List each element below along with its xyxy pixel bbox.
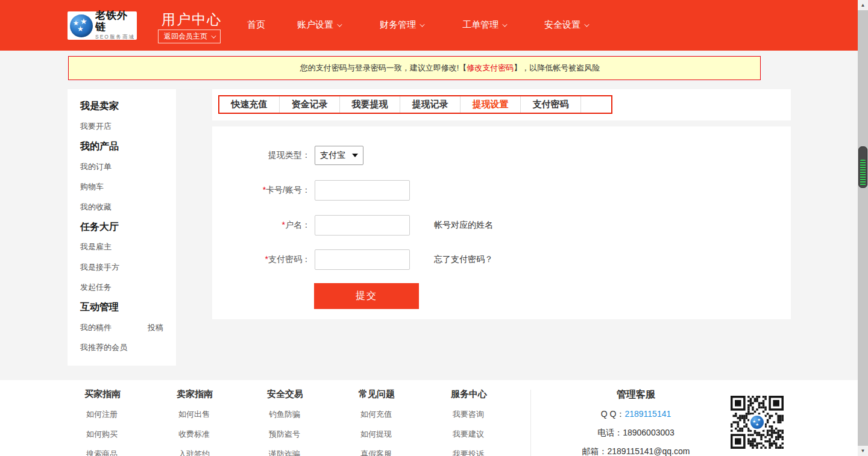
pay-password-input[interactable] — [315, 249, 410, 270]
nav-item-security[interactable]: 安全设置 — [544, 19, 588, 31]
sidebar: 我是卖家 我要开店 我的产品 我的订单 购物车 我的收藏 任务大厅 我是雇主 我… — [68, 89, 176, 366]
footer: 买家指南 如何注册 如何购买 搜索商品 卖家指南 如何出售 收费标准 入驻签约 … — [0, 380, 858, 456]
service-email: 邮箱：2189115141@qq.com — [567, 446, 705, 456]
service-phone: 电话：18906003003 — [567, 428, 705, 439]
footer-link[interactable]: 预防盗号 — [269, 429, 303, 440]
tab-withdraw-records[interactable]: 提现记录 — [400, 96, 461, 113]
tab-strip: 快速充值 资金记录 我要提现 提现记录 提现设置 支付密码 — [218, 95, 612, 114]
footer-link[interactable]: 我要投诉 — [453, 449, 487, 456]
forgot-pay-password-link[interactable]: 忘了支付密码？ — [434, 249, 493, 270]
nav-item-finance[interactable]: 财务管理 — [380, 19, 423, 31]
sidebar-heading-task-hall: 任务大厅 — [80, 221, 119, 234]
customer-service-title: 管理客服 — [567, 389, 705, 401]
footer-link[interactable]: 如何充值 — [360, 409, 395, 420]
qr-center-logo-icon: ★★★ — [749, 414, 765, 430]
notice-text-suffix: 】，以降低帐号被盗风险 — [514, 63, 600, 73]
account-name-input[interactable] — [315, 215, 410, 236]
footer-column-seller-guide: 卖家指南 如何出售 收费标准 入驻签约 — [177, 389, 213, 456]
withdraw-type-label: 提现类型： — [268, 150, 310, 160]
footer-column-service-center: 服务中心 我要咨询 我要建议 我要投诉 — [451, 389, 487, 456]
chevron-down-icon — [337, 22, 342, 27]
footer-column-safe-trade: 安全交易 钓鱼防骗 预防盗号 谨防诈骗 — [267, 389, 303, 456]
scrollbar-track[interactable] — [858, 10, 868, 446]
tab-quick-recharge[interactable]: 快速充值 — [219, 96, 280, 113]
footer-link[interactable]: 如何注册 — [86, 409, 121, 420]
footer-link[interactable]: 入驻签约 — [178, 449, 213, 456]
tab-pay-password[interactable]: 支付密码 — [521, 96, 581, 113]
nav-item-home[interactable]: 首页 — [247, 19, 265, 31]
scrollbar-down-arrow[interactable]: ▼ — [858, 446, 868, 456]
submit-button[interactable]: 提交 — [314, 283, 419, 309]
pay-password-label: 支付密码： — [268, 254, 310, 264]
security-notice-banner: 您的支付密码与登录密码一致，建议立即修改!【修改支付密码】，以降低帐号被盗风险 — [68, 56, 761, 80]
qq-number-link[interactable]: 2189115141 — [624, 409, 671, 419]
account-name-label: 户名： — [285, 220, 310, 230]
tab-withdraw[interactable]: 我要提现 — [340, 96, 400, 113]
scrollbar-thumb[interactable] — [858, 146, 867, 188]
chevron-down-icon — [420, 22, 424, 27]
tab-container: 快速充值 资金记录 我要提现 提现记录 提现设置 支付密码 — [212, 89, 791, 120]
footer-column-faq: 常见问题 如何充值 如何提现 真假客服 — [359, 389, 395, 456]
footer-link[interactable]: 我要建议 — [453, 429, 487, 440]
withdraw-settings-form: 提现类型： 支付宝 *卡号/账号： *户名： 帐号对应的姓名 *支付密码： 忘了… — [212, 126, 791, 319]
sidebar-item-open-shop[interactable]: 我要开店 — [80, 121, 112, 132]
chevron-down-icon — [211, 33, 216, 38]
back-to-member-home-button[interactable]: 返回会员主页 — [158, 30, 221, 43]
sidebar-item-orders[interactable]: 我的订单 — [80, 161, 112, 172]
scrollbar-thumb-stripes — [860, 160, 866, 186]
footer-link[interactable]: 收费标准 — [178, 429, 213, 440]
tab-fund-records[interactable]: 资金记录 — [280, 96, 340, 113]
scrollbar: ▲ ▼ — [858, 0, 868, 456]
sidebar-item-recommended-members[interactable]: 我推荐的会员 — [80, 342, 127, 353]
footer-link[interactable]: 谨防诈骗 — [269, 449, 303, 456]
nav-item-work-orders[interactable]: 工单管理 — [462, 19, 506, 31]
footer-link[interactable]: 如何出售 — [178, 409, 213, 420]
card-number-label: 卡号/账号： — [266, 185, 310, 195]
footer-link[interactable]: 搜索商品 — [86, 449, 121, 456]
qr-code: ★★★ — [731, 396, 784, 449]
customer-service-block: 管理客服 Q Q：2189115141 电话：18906003003 邮箱：21… — [567, 389, 705, 456]
withdraw-type-select[interactable]: 支付宝 — [315, 146, 363, 165]
sidebar-item-taker[interactable]: 我是接手方 — [80, 262, 119, 273]
footer-link[interactable]: 钓鱼防骗 — [269, 409, 303, 420]
change-pay-password-link[interactable]: 修改支付密码 — [467, 63, 514, 73]
scrollbar-up-arrow[interactable]: ▲ — [858, 0, 868, 10]
site-logo[interactable]: ★★★ 老铁外链 SEO服务商城 — [68, 11, 137, 40]
tab-withdraw-settings[interactable]: 提现设置 — [461, 96, 521, 113]
sidebar-item-cart[interactable]: 购物车 — [80, 181, 104, 192]
submit-draft-link[interactable]: 投稿 — [148, 322, 163, 333]
chevron-down-icon — [584, 22, 589, 27]
account-name-hint: 帐号对应的姓名 — [434, 215, 493, 236]
footer-column-buyer-guide: 买家指南 如何注册 如何购买 搜索商品 — [84, 389, 121, 456]
footer-link[interactable]: 如何购买 — [86, 429, 121, 440]
logo-title: 老铁外链 — [95, 10, 137, 33]
sidebar-heading-products: 我的产品 — [80, 140, 119, 153]
nav-item-account-settings[interactable]: 账户设置 — [297, 19, 341, 31]
select-caret-icon — [352, 154, 358, 157]
chevron-down-icon — [502, 22, 507, 27]
footer-divider — [530, 390, 531, 456]
sidebar-item-my-drafts[interactable]: 我的稿件 — [80, 322, 112, 333]
header: ★★★ 老铁外链 SEO服务商城 用户中心 返回会员主页 首页 账户设置 财务管… — [0, 0, 858, 51]
footer-link[interactable]: 我要咨询 — [453, 409, 487, 420]
sidebar-item-create-task[interactable]: 发起任务 — [80, 282, 112, 293]
page-title: 用户中心 — [162, 10, 222, 29]
logo-subtitle: SEO服务商城 — [95, 34, 137, 41]
sidebar-item-favorites[interactable]: 我的收藏 — [80, 202, 112, 213]
footer-link[interactable]: 如何提现 — [360, 429, 395, 440]
sidebar-heading-seller: 我是卖家 — [80, 100, 119, 113]
footer-link[interactable]: 真假客服 — [360, 449, 395, 456]
card-number-input[interactable] — [315, 180, 410, 201]
logo-globe-icon: ★★★ — [70, 14, 93, 37]
sidebar-heading-interaction: 互动管理 — [80, 301, 119, 314]
notice-text-prefix: 您的支付密码与登录密码一致，建议立即修改!【 — [300, 63, 467, 73]
sidebar-item-employer[interactable]: 我是雇主 — [80, 242, 112, 252]
